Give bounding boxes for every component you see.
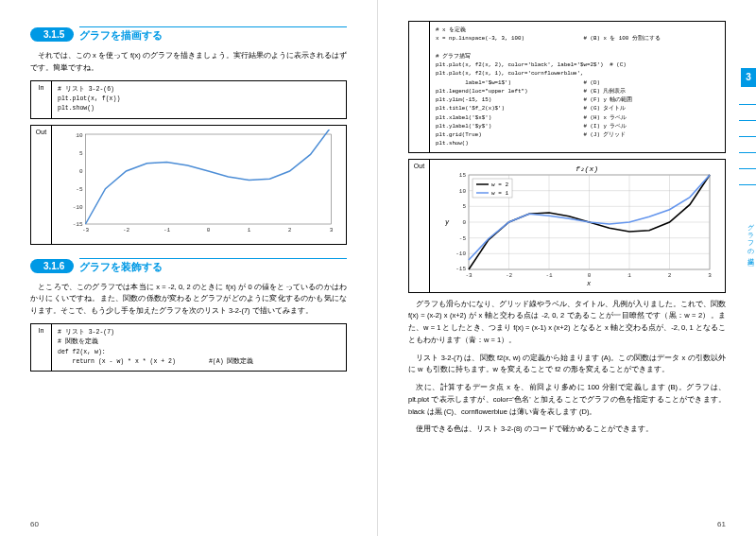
svg-text:10: 10 xyxy=(76,132,83,139)
code-body: # x を定義 x = np.linspace(-3, 3, 100) # (B… xyxy=(430,22,725,152)
section-title: グラフを描画する xyxy=(79,26,347,43)
svg-text:-2: -2 xyxy=(123,227,130,233)
code-label-out: Out xyxy=(409,160,430,292)
code-label-in: In xyxy=(31,81,52,118)
svg-text:0: 0 xyxy=(588,272,592,279)
section-header-315: 3.1.5 グラフを描画する xyxy=(30,26,347,43)
code-body: # リスト 3-2-(6) plt.plot(x, f(x)) plt.show… xyxy=(52,81,346,118)
svg-text:15: 15 xyxy=(459,172,467,179)
chart-output-2: f₂(x) 151050-5-10-15 -3-2-10123 x y xyxy=(430,160,725,292)
code-in-continued: # x を定義 x = np.linspace(-3, 3, 100) # (B… xyxy=(408,21,726,153)
svg-text:w = 2: w = 2 xyxy=(491,182,508,188)
svg-text:10: 10 xyxy=(459,188,467,195)
svg-text:0: 0 xyxy=(79,168,83,175)
code-label-blank xyxy=(409,22,430,152)
svg-text:3: 3 xyxy=(708,272,712,279)
svg-text:2: 2 xyxy=(288,227,292,233)
paragraph: ところで、このグラフでは本当に x = -2, 0, 2 のときに f(x) が… xyxy=(30,282,347,318)
page-left: 3.1.5 グラフを描画する それでは、この x を使って f(x) のグラフを… xyxy=(0,0,378,536)
svg-text:-2: -2 xyxy=(506,272,513,279)
svg-text:-1: -1 xyxy=(545,272,553,279)
svg-text:1: 1 xyxy=(627,272,631,279)
page-right: # x を定義 x = np.linspace(-3, 3, 100) # (B… xyxy=(378,0,756,536)
page-number: 61 xyxy=(717,520,726,528)
svg-text:0: 0 xyxy=(207,227,211,233)
paragraph: それでは、この x を使って f(x) のグラフを描きましょう。実行結果のように… xyxy=(30,50,347,75)
paragraph: 次に、計算するデータ点 x を、前回より多めに 100 分割で定義します (B)… xyxy=(408,382,726,418)
svg-text:1: 1 xyxy=(248,227,251,233)
code-out-2: Out f₂(x) 151050-5-10-15 -3-2-10123 x y xyxy=(408,159,726,293)
code-out-1: Out 1050 -5-10-15 -3-2-1 0123 xyxy=(30,125,347,245)
paragraph: グラフも滑らかになり、グリッド線やラベル、タイトル、凡例が入りました。これで、関… xyxy=(408,299,726,347)
svg-text:-5: -5 xyxy=(76,186,83,193)
code-body: # リスト 3-2-(7) # 関数を定義 def f2(x, w): retu… xyxy=(52,324,346,372)
section-title: グラフを装飾する xyxy=(79,258,347,274)
svg-text:w = 1: w = 1 xyxy=(491,190,508,197)
svg-text:-3: -3 xyxy=(465,272,472,279)
svg-text:-5: -5 xyxy=(459,235,467,242)
svg-text:2: 2 xyxy=(668,272,672,279)
code-in-1: In # リスト 3-2-(6) plt.plot(x, f(x)) plt.s… xyxy=(30,80,347,119)
svg-text:-3: -3 xyxy=(82,227,90,233)
svg-text:3: 3 xyxy=(330,227,334,233)
svg-text:-1: -1 xyxy=(163,227,171,233)
section-number: 3.1.5 xyxy=(30,27,74,42)
svg-text:0: 0 xyxy=(462,219,466,226)
chart-output-1: 1050 -5-10-15 -3-2-1 0123 xyxy=(52,126,346,244)
code-label-in: In xyxy=(31,324,52,372)
code-in-2: In # リスト 3-2-(7) # 関数を定義 def f2(x, w): r… xyxy=(30,323,347,372)
paragraph: 使用できる色は、リスト 3-2-(8) のコードで確かめることができます。 xyxy=(408,424,726,436)
code-label-out: Out xyxy=(31,126,52,244)
edge-guides xyxy=(739,104,756,200)
page-number: 60 xyxy=(30,520,39,528)
chapter-thumb: 3 xyxy=(741,68,756,87)
svg-text:-10: -10 xyxy=(455,251,466,257)
svg-text:y: y xyxy=(444,218,450,226)
svg-text:x: x xyxy=(586,280,592,286)
section-header-316: 3.1.6 グラフを装飾する xyxy=(30,258,347,274)
svg-text:-15: -15 xyxy=(455,266,466,272)
section-number: 3.1.6 xyxy=(30,259,74,273)
svg-rect-0 xyxy=(86,134,332,224)
svg-text:5: 5 xyxy=(462,203,466,210)
svg-text:5: 5 xyxy=(79,150,83,157)
svg-text:f₂(x): f₂(x) xyxy=(576,164,598,173)
side-tab-label: グラフの描画 xyxy=(746,219,754,257)
paragraph: リスト 3-2-(7) は、関数 f2(x, w) の定義から始まります (A)… xyxy=(408,353,726,377)
svg-text:-10: -10 xyxy=(73,204,83,211)
